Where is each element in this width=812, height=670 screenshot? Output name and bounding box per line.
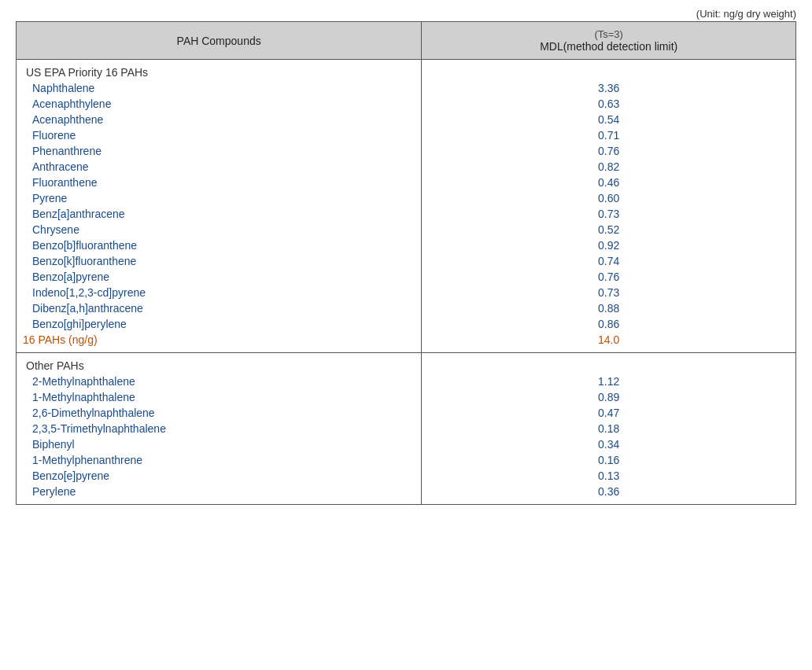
compound-name: Perylene: [17, 484, 422, 505]
compound-name: 2,6-Dimethylnaphthalene: [17, 405, 422, 421]
col-header-mdl-label: MDL(method detection limit): [431, 40, 786, 53]
compound-name: Naphthalene: [17, 80, 422, 96]
table-row: Chrysene 0.52: [17, 222, 796, 237]
mdl-value: 0.18: [422, 421, 796, 436]
table-row: 2,6-Dimethylnaphthalene 0.47: [17, 405, 796, 421]
compound-name: Benz[a]anthracene: [17, 206, 422, 222]
mdl-value: 0.34: [422, 436, 796, 452]
section1-header-row: US EPA Priority 16 PAHs: [17, 60, 796, 81]
compound-name: Biphenyl: [17, 436, 422, 452]
mdl-value: 0.76: [422, 269, 796, 285]
table-row: Benzo[k]fluoranthene 0.74: [17, 253, 796, 269]
table-row: Naphthalene 3.36: [17, 80, 796, 96]
mdl-value: 0.46: [422, 175, 796, 190]
table-row: Benzo[e]pyrene 0.13: [17, 468, 796, 484]
mdl-value: 0.16: [422, 452, 796, 468]
table-row: 1-Methylphenanthrene 0.16: [17, 452, 796, 468]
mdl-value: 0.88: [422, 300, 796, 316]
table-row: Benz[a]anthracene 0.73: [17, 206, 796, 222]
compound-name: Fluoranthene: [17, 175, 422, 190]
mdl-value: 0.82: [422, 159, 796, 175]
compound-name: Acenaphthylene: [17, 96, 422, 112]
mdl-value: 0.13: [422, 468, 796, 484]
compound-name: 1-Methylnaphthalene: [17, 389, 422, 405]
section1-group-value: [422, 60, 796, 81]
table-row: Pyrene 0.60: [17, 190, 796, 206]
mdl-value: 0.36: [422, 484, 796, 505]
col-header-ts: (Ts=3): [431, 28, 786, 40]
unit-label: (Unit: ng/g dry weight): [16, 8, 796, 20]
section2-group-value: [422, 353, 796, 374]
compound-name: 1-Methylphenanthrene: [17, 452, 422, 468]
table-row: 1-Methylnaphthalene 0.89: [17, 389, 796, 405]
table-row: 2-Methylnaphthalene 1.12: [17, 374, 796, 389]
mdl-value: 0.63: [422, 96, 796, 112]
mdl-value: 0.73: [422, 285, 796, 300]
table-row: 2,3,5-Trimethylnaphthalene 0.18: [17, 421, 796, 436]
total-label: 16 PAHs (ng/g): [17, 332, 422, 353]
table-row: Dibenz[a,h]anthracene 0.88: [17, 300, 796, 316]
compound-name: Benzo[b]fluoranthene: [17, 237, 422, 253]
table-row: Anthracene 0.82: [17, 159, 796, 175]
table-row: Fluoranthene 0.46: [17, 175, 796, 190]
compound-name: Indeno[1,2,3-cd]pyrene: [17, 285, 422, 300]
mdl-value: 0.73: [422, 206, 796, 222]
mdl-value: 1.12: [422, 374, 796, 389]
col-header-mdl: (Ts=3) MDL(method detection limit): [422, 22, 796, 60]
mdl-value: 0.74: [422, 253, 796, 269]
compound-name: Acenaphthene: [17, 112, 422, 127]
section2-group-label: Other PAHs: [17, 353, 422, 374]
table-row: Acenaphthylene 0.63: [17, 96, 796, 112]
table-row: Indeno[1,2,3-cd]pyrene 0.73: [17, 285, 796, 300]
section1-total-row: 16 PAHs (ng/g) 14.0: [17, 332, 796, 353]
table-row: Perylene 0.36: [17, 484, 796, 505]
table-row: Benzo[b]fluoranthene 0.92: [17, 237, 796, 253]
compound-name: 2,3,5-Trimethylnaphthalene: [17, 421, 422, 436]
pah-table: PAH Compounds (Ts=3) MDL(method detectio…: [16, 21, 796, 505]
total-value: 14.0: [422, 332, 796, 353]
section2-header-row: Other PAHs: [17, 353, 796, 374]
mdl-value: 0.47: [422, 405, 796, 421]
mdl-value: 0.76: [422, 143, 796, 159]
table-row: Acenaphthene 0.54: [17, 112, 796, 127]
compound-name: Fluorene: [17, 127, 422, 143]
table-row: Biphenyl 0.34: [17, 436, 796, 452]
table-row: Benzo[ghi]perylene 0.86: [17, 316, 796, 332]
mdl-value: 0.52: [422, 222, 796, 237]
compound-name: Anthracene: [17, 159, 422, 175]
compound-name: Benzo[a]pyrene: [17, 269, 422, 285]
table-row: Benzo[a]pyrene 0.76: [17, 269, 796, 285]
compound-name: Pyrene: [17, 190, 422, 206]
mdl-value: 3.36: [422, 80, 796, 96]
mdl-value: 0.60: [422, 190, 796, 206]
compound-name: 2-Methylnaphthalene: [17, 374, 422, 389]
compound-name: Benzo[k]fluoranthene: [17, 253, 422, 269]
mdl-value: 0.54: [422, 112, 796, 127]
compound-name: Phenanthrene: [17, 143, 422, 159]
compound-name: Chrysene: [17, 222, 422, 237]
compound-name: Dibenz[a,h]anthracene: [17, 300, 422, 316]
mdl-value: 0.89: [422, 389, 796, 405]
compound-name: Benzo[e]pyrene: [17, 468, 422, 484]
mdl-value: 0.71: [422, 127, 796, 143]
table-row: Phenanthrene 0.76: [17, 143, 796, 159]
section1-group-label: US EPA Priority 16 PAHs: [17, 60, 422, 81]
table-row: Fluorene 0.71: [17, 127, 796, 143]
mdl-value: 0.86: [422, 316, 796, 332]
compound-name: Benzo[ghi]perylene: [17, 316, 422, 332]
mdl-value: 0.92: [422, 237, 796, 253]
col-header-compounds: PAH Compounds: [17, 22, 422, 60]
